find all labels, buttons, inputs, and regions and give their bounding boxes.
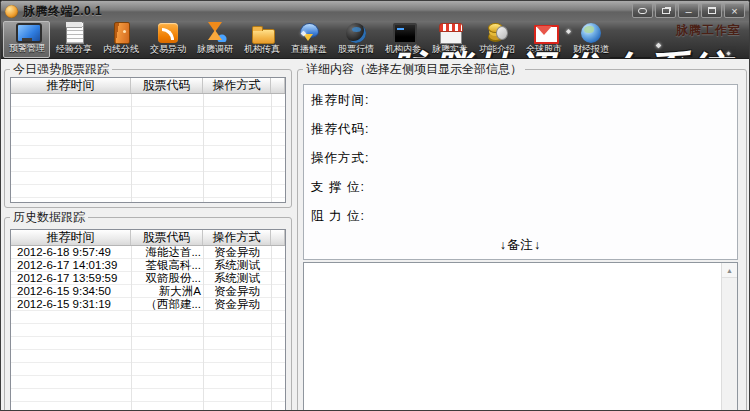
today-table-header: 推荐时间 股票代码 操作方式 [11, 78, 285, 94]
table-row[interactable]: 2012-6-15 9:34:50 新大洲A 资金异动 [11, 285, 285, 298]
scrollbar-up-icon[interactable]: ▲ [722, 263, 737, 278]
today-tracking-panel: 今日强势股票跟踪 推荐时间 股票代码 操作方式 [4, 69, 292, 208]
monitor-icon [14, 22, 40, 41]
toolbar-item-inside-line[interactable]: 内线分线 [97, 21, 144, 58]
book-icon [108, 21, 134, 42]
column-header-time[interactable]: 推荐时间 [11, 78, 131, 93]
history-panel-title: 历史数据跟踪 [10, 210, 88, 224]
maximize-icon [708, 7, 716, 14]
history-table: 推荐时间 股票代码 操作方式 2012-6-18 9:57:49 海能达首...… [10, 229, 286, 411]
window-title: 脉腾终端2.0.1 [23, 3, 102, 20]
history-table-header: 推荐时间 股票代码 操作方式 [11, 230, 285, 246]
sync-icon [296, 21, 322, 42]
detail-panel: 详细内容（选择左侧项目显示全部信息） 推荐时间: 推荐代码: 操作方式: 支 撑… [297, 69, 747, 411]
app-window: 脉腾终端2.0.1 – × 预警管理 经验分享 内线分线 交易异动 脉腾调 [0, 0, 750, 411]
dark-globe-icon [343, 21, 369, 42]
toolbar: 预警管理 经验分享 内线分线 交易异动 脉腾调研 机构传真 直播解盘 股票行情 [1, 21, 749, 59]
toolbar-item-live-commentary[interactable]: 直播解盘 [285, 21, 332, 58]
column-header-time[interactable]: 推荐时间 [11, 230, 131, 245]
column-header-code[interactable]: 股票代码 [131, 78, 203, 93]
mail-icon [531, 21, 557, 42]
today-table: 推荐时间 股票代码 操作方式 [10, 77, 286, 203]
studio-label: 脉腾工作室 [676, 22, 741, 39]
table-row[interactable]: 2012-6-17 14:01:39 荃银高科... 系统测试 [11, 259, 285, 272]
table-row[interactable]: 2012-6-18 9:57:49 海能达首... 资金异动 [11, 246, 285, 259]
terminal-icon [390, 21, 416, 42]
restore-icon [662, 8, 670, 14]
app-logo-icon [5, 5, 18, 18]
field-operation-mode: 操作方式: [304, 148, 737, 177]
chat-bubble-icon [638, 8, 647, 14]
chat-button[interactable] [632, 3, 653, 18]
history-tracking-panel: 历史数据跟踪 推荐时间 股票代码 操作方式 2012-6-18 9:57:49 … [4, 217, 292, 411]
column-header-filler [271, 230, 285, 245]
hourglass-globe-icon [202, 21, 228, 42]
close-button[interactable]: × [724, 3, 745, 18]
today-table-body [11, 94, 285, 203]
note-textarea[interactable]: ▲ [303, 262, 738, 411]
column-header-action[interactable]: 操作方式 [203, 230, 271, 245]
column-header-action[interactable]: 操作方式 [203, 78, 271, 93]
field-support-level: 支 撑 位: [304, 177, 737, 206]
toolbar-item-institution-fax[interactable]: 机构传真 [238, 21, 285, 58]
rss-icon [155, 21, 181, 42]
toolbar-item-stock-quotes[interactable]: 股票行情 [332, 21, 379, 58]
toolbar-item-experience-share[interactable]: 经验分享 [50, 21, 97, 58]
today-panel-title: 今日强势股票跟踪 [10, 62, 112, 76]
titlebar[interactable]: 脉腾终端2.0.1 – × [1, 1, 749, 21]
folder-icon [249, 21, 275, 42]
detail-panel-title: 详细内容（选择左侧项目显示全部信息） [303, 62, 525, 76]
minimize-button[interactable]: – [678, 3, 699, 18]
field-recommend-time: 推荐时间: [304, 90, 737, 119]
note-scrollbar[interactable]: ▲ [721, 263, 737, 411]
watermark-text: 脉腾快讯发布系统 [387, 44, 731, 59]
detail-fields-box: 推荐时间: 推荐代码: 操作方式: 支 撑 位: 阻 力 位: ↓备注↓ [303, 84, 738, 260]
table-row[interactable]: 2012-6-15 9:31:19 （西部建... 资金异动 [11, 298, 285, 311]
coins-icon [484, 21, 510, 42]
field-recommend-code: 推荐代码: [304, 119, 737, 148]
restore-button[interactable] [655, 3, 676, 18]
toolbar-item-alert-management[interactable]: 预警管理 [3, 21, 50, 58]
history-table-body: 2012-6-18 9:57:49 海能达首... 资金异动 2012-6-17… [11, 246, 285, 411]
table-row[interactable]: 2012-6-17 13:59:59 双箭股份... 系统测试 [11, 272, 285, 285]
document-icon [61, 21, 87, 42]
column-header-filler [271, 78, 285, 93]
globe-icon [578, 21, 604, 42]
column-header-code[interactable]: 股票代码 [131, 230, 203, 245]
toolbar-item-trade-movement[interactable]: 交易异动 [144, 21, 191, 58]
field-resistance-level: 阻 力 位: [304, 206, 737, 235]
maximize-button[interactable] [701, 3, 722, 18]
note-label: ↓备注↓ [304, 237, 737, 254]
toolbar-item-maiteng-research[interactable]: 脉腾调研 [191, 21, 238, 58]
shop-icon [437, 21, 463, 42]
